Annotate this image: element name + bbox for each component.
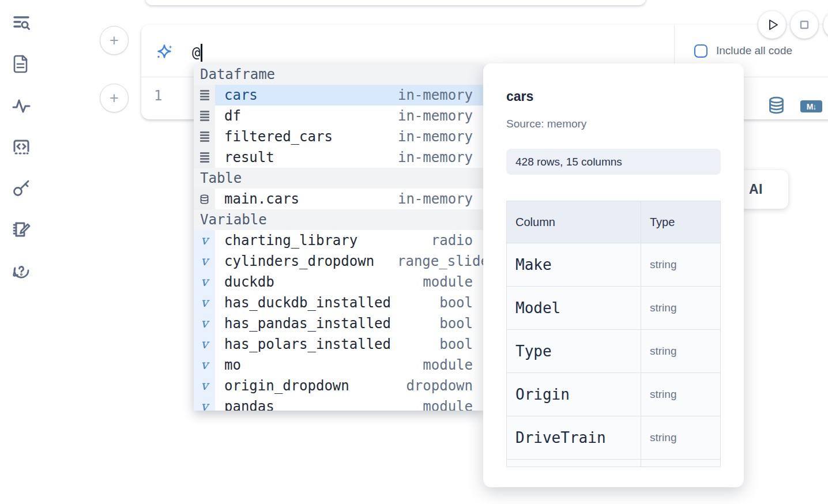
preview-title: cars: [506, 89, 533, 104]
section-header-dataframe: Dataframe: [194, 64, 483, 85]
autocomplete-dropdown: Dataframe cars in-memory df in-memory fi…: [194, 64, 483, 411]
code-snippet-icon[interactable]: [12, 137, 31, 157]
section-header-table: Table: [194, 168, 483, 189]
table-row: Origin string: [507, 373, 720, 416]
table-row: Make string: [507, 243, 720, 287]
sparkles-icon: [156, 43, 173, 61]
activity-icon[interactable]: [12, 96, 31, 115]
preview-shape-badge: 428 rows, 15 columns: [506, 149, 721, 175]
autocomplete-item-has-duckdb-installed[interactable]: v has_duckdb_installed bool: [194, 292, 483, 313]
scratchpad-icon[interactable]: [12, 220, 31, 239]
key-icon[interactable]: [12, 178, 31, 198]
text-cursor: [201, 44, 202, 62]
variable-icon: v: [194, 251, 215, 272]
ai-prompt-input[interactable]: @: [192, 41, 202, 64]
autocomplete-item-result[interactable]: result in-memory: [194, 147, 483, 168]
variable-icon: v: [194, 292, 215, 313]
autocomplete-item-cylinders-dropdown[interactable]: v cylinders_dropdown range_slider: [194, 251, 483, 272]
dataframe-icon: [194, 126, 215, 147]
previous-cell-edge: [145, 0, 646, 5]
run-cell-button[interactable]: [758, 11, 786, 39]
table-row: Type string: [507, 330, 720, 373]
variable-icon: v: [194, 230, 215, 251]
type-header: Type: [650, 216, 675, 229]
include-all-code-label: Include all code: [716, 44, 792, 57]
database-icon: [194, 189, 215, 209]
ai-button-label: AI: [749, 182, 763, 197]
ai-prompt-value: @: [192, 44, 200, 61]
column-header: Column: [515, 216, 555, 229]
table-row-clipped: [507, 460, 720, 467]
preview-schema-table: Column Type Make string Model string Typ…: [506, 201, 721, 467]
dataframe-icon: [194, 85, 215, 106]
file-text-icon[interactable]: [12, 54, 31, 74]
line-number: 1: [154, 88, 162, 104]
autocomplete-item-duckdb[interactable]: v duckdb module: [194, 272, 483, 292]
play-icon: [763, 16, 781, 34]
table-row: DriveTrain string: [507, 416, 720, 460]
autocomplete-item-filtered-cars[interactable]: filtered_cars in-memory: [194, 126, 483, 147]
table-header-row: Column Type: [507, 201, 720, 243]
variable-icon: v: [194, 396, 215, 411]
plus-icon: +: [110, 32, 119, 50]
database-icon[interactable]: [767, 96, 785, 116]
variable-icon: v: [194, 355, 215, 375]
markdown-icon[interactable]: M↓: [800, 100, 822, 112]
variable-icon: v: [194, 334, 215, 355]
include-all-code-checkbox[interactable]: [694, 44, 707, 58]
dataframe-preview-panel: cars Source: memory 428 rows, 15 columns…: [483, 63, 744, 487]
cell-actions: M↓: [767, 96, 822, 116]
add-cell-button-bottom[interactable]: +: [100, 84, 129, 112]
variable-icon: v: [194, 272, 215, 292]
autocomplete-item-main-cars[interactable]: main.cars in-memory: [194, 189, 483, 209]
stop-icon: [795, 16, 814, 34]
autocomplete-item-has-pandas-installed[interactable]: v has_pandas_installed bool: [194, 313, 483, 334]
autocomplete-item-pandas[interactable]: v pandas module: [194, 396, 483, 411]
help-chat-icon[interactable]: [12, 261, 31, 281]
autocomplete-item-mo[interactable]: v mo module: [194, 355, 483, 375]
dataframe-icon: [194, 106, 215, 126]
preview-source: Source: memory: [506, 118, 586, 130]
autocomplete-item-origin-dropdown[interactable]: v origin_dropdown dropdown: [194, 375, 483, 396]
variable-icon: v: [194, 375, 215, 396]
table-row: Model string: [507, 287, 720, 330]
stop-cell-button[interactable]: [791, 11, 818, 39]
dataframe-icon: [194, 147, 215, 168]
sidebar: [0, 0, 42, 504]
autocomplete-item-charting-library[interactable]: v charting_library radio: [194, 230, 483, 251]
autocomplete-item-cars[interactable]: cars in-memory: [194, 85, 483, 106]
plus-icon: +: [110, 89, 119, 107]
autocomplete-item-has-polars-installed[interactable]: v has_polars_installed bool: [194, 334, 483, 355]
autocomplete-item-df[interactable]: df in-memory: [194, 106, 483, 126]
add-cell-button-top[interactable]: +: [100, 26, 129, 55]
section-header-variable: Variable: [194, 209, 483, 230]
variable-icon: v: [194, 313, 215, 334]
list-search-icon[interactable]: [12, 13, 31, 32]
